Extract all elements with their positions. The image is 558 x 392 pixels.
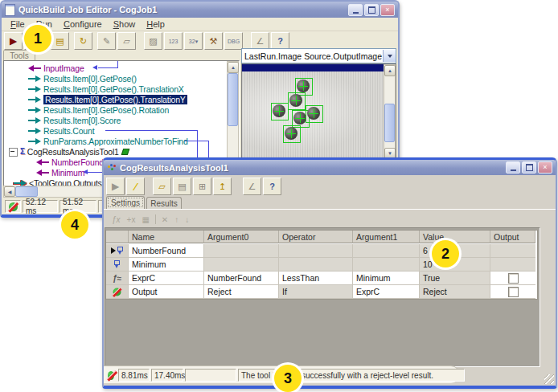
reject-status-icon [9, 202, 18, 211]
save-button[interactable]: ▤ [173, 178, 191, 195]
callout-3: 3 [274, 365, 302, 392]
header-name: Name [129, 231, 204, 243]
maximize-button[interactable] [522, 161, 536, 174]
grid-dbg-button[interactable]: DBG [224, 32, 243, 50]
menu-configure[interactable]: Configure [58, 18, 108, 30]
minimize-button[interactable] [506, 161, 520, 174]
row-selector-cell[interactable] [106, 258, 129, 272]
scrollbar-thumb[interactable] [15, 186, 38, 197]
reject-status-icon [108, 371, 114, 380]
acquired-image[interactable] [242, 71, 385, 160]
argument0-cell[interactable]: Reject [204, 285, 279, 299]
help-button[interactable]: ? [263, 178, 281, 195]
grid-123-button[interactable]: 123 [164, 32, 183, 50]
total-time-panel: 17.40ms [151, 369, 183, 382]
tab-results[interactable]: Results [146, 197, 182, 210]
table-row[interactable]: Output Reject If ExprC Reject [106, 285, 537, 299]
brush-button[interactable]: ✎ [97, 32, 116, 50]
tree-item-translationx[interactable]: Results.Item[0].GetPose().TranslationX [28, 84, 184, 94]
image-scrollbar[interactable]: ▲ ▼ [384, 64, 396, 160]
tree-item-numberfound[interactable]: NumberFound [36, 157, 104, 167]
tree-item-rotation[interactable]: Results.Item[0].GetPose().Rotation [28, 105, 169, 115]
resize-grip[interactable] [544, 374, 554, 384]
run-tool-button[interactable]: ▶ [106, 178, 125, 195]
import-button[interactable]: ↥ [213, 178, 232, 195]
connector-arrowhead [92, 65, 97, 70]
image-selector-dropdown[interactable]: LastRun.Image Source.OutputImage [241, 48, 396, 63]
tree-item-score[interactable]: Results.Item[0].Score [28, 116, 121, 125]
table-row[interactable]: NumberFound 6 [106, 244, 537, 258]
move-down-icon[interactable]: ↓ [185, 215, 189, 224]
fx-icon[interactable]: ƒx [112, 215, 121, 224]
tree-item-cogresultsanalysistool[interactable]: Σ CogResultsAnalysisTool1 [9, 147, 129, 157]
tree-item-inputimage[interactable]: InputImage [28, 63, 84, 73]
tree-hscrollbar[interactable]: ◀ [3, 186, 105, 198]
table-row[interactable]: ƒ≈ ExprC NumberFound LessThan Minimum Tr… [106, 272, 537, 285]
chevron-down-icon[interactable] [383, 50, 396, 62]
tool-titlebar[interactable]: CogResultsAnalysisTool1 × [104, 160, 556, 175]
move-up-icon[interactable]: ↑ [174, 215, 178, 224]
name-cell[interactable]: ExprC [129, 272, 204, 285]
output-checkbox[interactable] [508, 287, 519, 297]
close-button[interactable]: × [380, 4, 395, 16]
grid-32-button[interactable]: 32▾ [184, 32, 203, 50]
operator-cell[interactable]: LessThan [279, 272, 353, 285]
tree-item-approximatenumbertofind[interactable]: RunParams.ApproximateNumberToFind [28, 137, 188, 146]
connector-line [98, 67, 118, 68]
tree-item-results-count[interactable]: Results.Count [28, 126, 94, 136]
argument1-cell[interactable]: ExprC [353, 285, 420, 299]
scroll-left-icon[interactable]: ◀ [4, 186, 15, 197]
name-cell[interactable]: Minimum [129, 258, 204, 272]
row-selector-cell[interactable]: ƒ≈ [106, 272, 129, 285]
collapse-icon[interactable] [9, 148, 18, 157]
argument0-cell[interactable]: NumberFound [204, 272, 279, 285]
callout-2: 2 [432, 240, 459, 267]
output-cell [490, 285, 535, 299]
pointer-button[interactable]: ∠ [243, 178, 261, 195]
menu-file[interactable]: File [5, 18, 31, 30]
reject-icon [113, 288, 121, 296]
argument1-cell [353, 258, 420, 272]
scrollbar-thumb[interactable] [228, 73, 238, 126]
scroll-up-icon[interactable]: ▲ [228, 62, 239, 73]
row-selector-cell[interactable] [106, 285, 129, 299]
save-button[interactable]: ▤ [51, 32, 69, 50]
maximize-button[interactable] [364, 4, 379, 16]
tab-settings[interactable]: Settings [106, 196, 145, 209]
scrollbar-thumb[interactable] [384, 104, 395, 142]
argument1-cell[interactable]: Minimum [353, 272, 420, 285]
copy-button[interactable]: ⊞ [193, 178, 211, 195]
run-button[interactable]: ▶ [4, 32, 23, 50]
name-cell[interactable]: Output [129, 285, 204, 299]
add-input-icon[interactable]: +x [127, 215, 136, 224]
main-titlebar[interactable]: QuickBuild Job Editor - CogJob1 × [2, 2, 398, 18]
help-button[interactable]: ? [271, 32, 289, 50]
open-button[interactable]: ▱ [153, 178, 171, 195]
delete-icon[interactable]: ✕ [162, 215, 168, 224]
edit-job-button[interactable]: ▨ [144, 32, 162, 50]
tree-item-minimum[interactable]: Minimum [36, 168, 84, 178]
row-selector-cell[interactable] [106, 244, 129, 258]
menu-show[interactable]: Show [108, 18, 142, 30]
output-arrow-icon [28, 76, 41, 82]
grid-toolbar: ƒx +x ▦ ✕ ↑ ↓ [109, 213, 192, 226]
measure-button[interactable]: ∠ [251, 32, 269, 50]
menu-help[interactable]: Help [141, 18, 170, 30]
output-checkbox[interactable] [508, 273, 519, 284]
tab-divider [104, 209, 556, 210]
tree-item-getpose[interactable]: Results.Item[0].GetPose() [28, 74, 137, 84]
name-cell[interactable]: NumberFound [129, 244, 204, 258]
tools-button[interactable]: ⚒ [204, 32, 223, 50]
table-row[interactable]: Minimum 10 [106, 258, 537, 272]
scroll-up-icon[interactable]: ▲ [384, 65, 396, 76]
status-panel-extra [185, 369, 236, 382]
electric-edit-button[interactable]: ∕ [126, 178, 145, 195]
tree-item-translationy-selected[interactable]: Results.Item[0].GetPose().TranslationY [28, 95, 187, 104]
operator-cell[interactable]: If [279, 285, 353, 299]
refresh-button[interactable]: ↻ [74, 32, 92, 50]
close-button[interactable]: × [538, 161, 552, 174]
minimize-button[interactable] [348, 4, 363, 16]
grid-icon[interactable]: ▦ [142, 215, 149, 224]
eraser-button[interactable]: ▱ [117, 32, 136, 50]
header-argument1: Argument1 [353, 231, 420, 243]
